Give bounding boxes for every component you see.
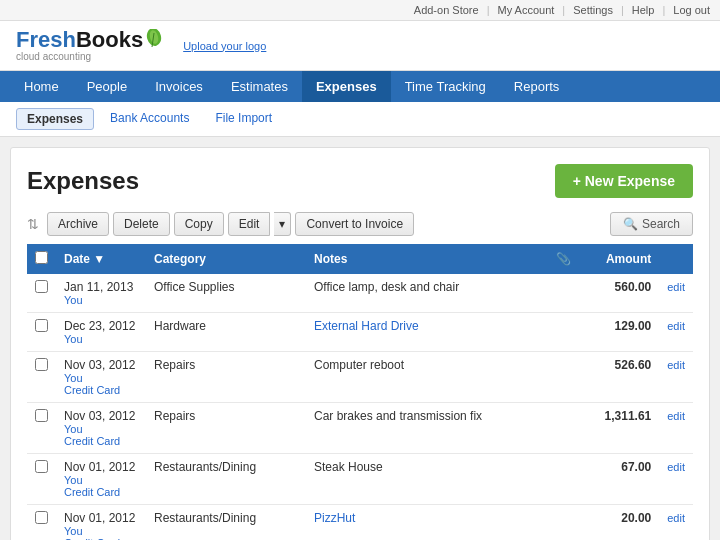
toolbar-left: ⇅ Archive Delete Copy Edit ▾ Convert to … [27, 212, 414, 236]
header-amount: Amount [579, 244, 659, 274]
logo-subtitle: cloud accounting [16, 51, 91, 62]
edit-button[interactable]: Edit [228, 212, 271, 236]
nav-invoices[interactable]: Invoices [141, 71, 217, 102]
date-vendor[interactable]: You [64, 525, 138, 537]
row-checkbox[interactable] [35, 409, 48, 422]
logo: FreshBooks cloud accounting [16, 29, 163, 62]
table-row: Jan 11, 2013YouOffice SuppliesOffice lam… [27, 274, 693, 313]
header: FreshBooks cloud accounting Upload your … [0, 21, 720, 71]
search-button[interactable]: 🔍 Search [610, 212, 693, 236]
my-account-link[interactable]: My Account [497, 4, 554, 16]
subnav-file-import[interactable]: File Import [205, 108, 282, 130]
subnav-expenses[interactable]: Expenses [16, 108, 94, 130]
expenses-table: Date ▼ Category Notes 📎 Amount Jan 11, 2… [27, 244, 693, 540]
page-title: Expenses [27, 167, 139, 195]
header-checkbox-col [27, 244, 56, 274]
sort-icon: ⇅ [27, 216, 39, 232]
row-checkbox[interactable] [35, 358, 48, 371]
help-link[interactable]: Help [632, 4, 655, 16]
date-vendor[interactable]: You [64, 372, 138, 384]
cell-edit: edit [659, 454, 693, 505]
notes-link[interactable]: External Hard Drive [314, 319, 419, 333]
cell-amount: 20.00 [579, 505, 659, 541]
edit-link[interactable]: edit [667, 461, 685, 473]
date-vendor[interactable]: You [64, 474, 138, 486]
top-bar: Add-on Store | My Account | Settings | H… [0, 0, 720, 21]
cell-amount: 560.00 [579, 274, 659, 313]
notes-link[interactable]: PizzHut [314, 511, 355, 525]
new-expense-button[interactable]: + New Expense [555, 164, 693, 198]
header-category: Category [146, 244, 306, 274]
cell-attachment [548, 313, 579, 352]
table-row: Dec 23, 2012YouHardwareExternal Hard Dri… [27, 313, 693, 352]
archive-button[interactable]: Archive [47, 212, 109, 236]
date-payment-method[interactable]: Credit Card [64, 384, 138, 396]
header-attachment: 📎 [548, 244, 579, 274]
convert-to-invoice-button[interactable]: Convert to Invoice [295, 212, 414, 236]
cell-category: Office Supplies [146, 274, 306, 313]
row-checkbox[interactable] [35, 460, 48, 473]
nav-expenses[interactable]: Expenses [302, 71, 391, 102]
upload-logo-link[interactable]: Upload your logo [183, 40, 266, 52]
settings-link[interactable]: Settings [573, 4, 613, 16]
table-row: Nov 01, 2012YouCredit CardRestaurants/Di… [27, 454, 693, 505]
edit-link[interactable]: edit [667, 320, 685, 332]
cell-notes: Steak House [306, 454, 548, 505]
cell-date: Jan 11, 2013You [56, 274, 146, 313]
date-payment-method[interactable]: Credit Card [64, 435, 138, 447]
cell-date: Nov 01, 2012YouCredit Card [56, 505, 146, 541]
header-date: Date ▼ [56, 244, 146, 274]
edit-link[interactable]: edit [667, 410, 685, 422]
nav-reports[interactable]: Reports [500, 71, 574, 102]
main-nav: Home People Invoices Estimates Expenses … [0, 71, 720, 102]
date-vendor[interactable]: You [64, 423, 138, 435]
cell-attachment [548, 274, 579, 313]
cell-category: Hardware [146, 313, 306, 352]
nav-home[interactable]: Home [10, 71, 73, 102]
edit-link[interactable]: edit [667, 512, 685, 524]
cell-notes: Car brakes and transmission fix [306, 403, 548, 454]
cell-date: Nov 01, 2012YouCredit Card [56, 454, 146, 505]
cell-attachment [548, 352, 579, 403]
date-payment-method[interactable]: Credit Card [64, 486, 138, 498]
addon-store-link[interactable]: Add-on Store [414, 4, 479, 16]
cell-amount: 526.60 [579, 352, 659, 403]
table-row: Nov 03, 2012YouCredit CardRepairsCompute… [27, 352, 693, 403]
edit-link[interactable]: edit [667, 359, 685, 371]
select-all-checkbox[interactable] [35, 251, 48, 264]
date-vendor[interactable]: You [64, 294, 138, 306]
cell-notes: Office lamp, desk and chair [306, 274, 548, 313]
row-checkbox[interactable] [35, 319, 48, 332]
header-notes: Notes [306, 244, 548, 274]
cell-date: Dec 23, 2012You [56, 313, 146, 352]
cell-category: Repairs [146, 403, 306, 454]
cell-category: Restaurants/Dining [146, 454, 306, 505]
cell-amount: 1,311.61 [579, 403, 659, 454]
nav-estimates[interactable]: Estimates [217, 71, 302, 102]
edit-dropdown-button[interactable]: ▾ [274, 212, 291, 236]
content-area: Expenses + New Expense ⇅ Archive Delete … [10, 147, 710, 540]
cell-date: Nov 03, 2012YouCredit Card [56, 403, 146, 454]
cell-edit: edit [659, 274, 693, 313]
edit-link[interactable]: edit [667, 281, 685, 293]
copy-button[interactable]: Copy [174, 212, 224, 236]
logout-link[interactable]: Log out [673, 4, 710, 16]
nav-people[interactable]: People [73, 71, 141, 102]
cell-date: Nov 03, 2012YouCredit Card [56, 352, 146, 403]
cell-edit: edit [659, 505, 693, 541]
nav-time-tracking[interactable]: Time Tracking [391, 71, 500, 102]
cell-attachment [548, 505, 579, 541]
search-icon: 🔍 [623, 217, 638, 231]
header-action [659, 244, 693, 274]
subnav-bank-accounts[interactable]: Bank Accounts [100, 108, 199, 130]
date-vendor[interactable]: You [64, 333, 138, 345]
cell-edit: edit [659, 403, 693, 454]
cell-edit: edit [659, 352, 693, 403]
cell-amount: 67.00 [579, 454, 659, 505]
delete-button[interactable]: Delete [113, 212, 170, 236]
row-checkbox[interactable] [35, 280, 48, 293]
cell-attachment [548, 454, 579, 505]
logo-leaf-icon [145, 29, 163, 51]
row-checkbox[interactable] [35, 511, 48, 524]
cell-notes: External Hard Drive [306, 313, 548, 352]
